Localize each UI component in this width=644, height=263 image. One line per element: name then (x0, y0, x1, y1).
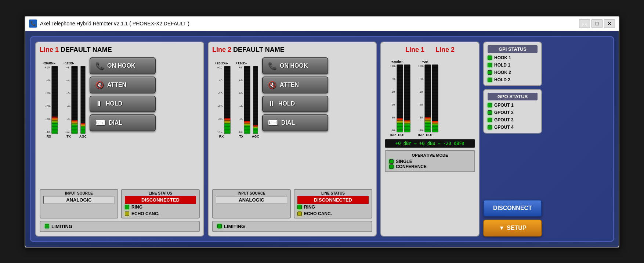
line1-limiting-button[interactable]: LIMITING (40, 221, 200, 232)
line2-header: Line 2 DEFAULT NAME (212, 46, 372, 54)
line1-tx-bar (71, 66, 78, 134)
maximize-button[interactable]: □ (591, 19, 603, 28)
line1-name: DEFAULT NAME (61, 46, 112, 53)
line1-meters: +20dBu- +10- +0- -10- -20- -30- -40- (40, 57, 87, 138)
gpo-out2-led (488, 110, 492, 115)
gpi-hook2: HOOK 2 (488, 70, 538, 75)
gpi-hook1-led (488, 56, 492, 60)
line2-controls: 📞 ON HOOK 🔇 ATTEN ⏸ HOLD ⌨ (262, 57, 328, 187)
dual-line2-scale: +10- +0- -10- -20- -30- -40- (413, 64, 424, 132)
conference-mode-indicator: CONFERENCE (389, 164, 471, 169)
close-button[interactable]: ✕ (604, 19, 615, 28)
line1-rx-scale: +10- +0- -10- -20- -30- -40- (40, 66, 51, 134)
dual-line1-scale: +10- +0- -10- -20- -30- -40- (385, 64, 396, 132)
main-window: 📞 Axel Telephone Hybrid Remoter v2.1.1 (… (25, 16, 619, 248)
line2-atten-button[interactable]: 🔇 ATTEN (262, 77, 328, 93)
line2-echo-indicator: ECHO CANC. (297, 211, 369, 216)
line2-rx-bar (224, 66, 231, 134)
phone-icon: 📞 (268, 62, 276, 70)
pause-icon: ⏸ (268, 100, 275, 108)
dual-meters-area: +20dBr- +10- +0- -10- -20- -30- -40- (385, 56, 475, 137)
line2-echo-led (297, 212, 302, 216)
line2-hold-button[interactable]: ⏸ HOLD (262, 96, 328, 112)
gpo-out4-led (488, 125, 492, 129)
setup-button[interactable]: ▼ SETUP (483, 220, 542, 237)
gpi-hold2-led (488, 78, 492, 82)
line2-tx-bar (244, 66, 250, 134)
line1-input-source: INPUT SOURCE ANALOGIC (40, 189, 118, 218)
dual-line1-inp-bar (397, 64, 403, 132)
line1-atten-button[interactable]: 🔇 ATTEN (90, 77, 156, 93)
line2-tx-meter: +12dB- +8- +4- +0- -4- -8- -12- (232, 61, 250, 138)
line2-agc-meter: AGC (252, 62, 259, 138)
line1-tx-scale: +8- +4- +0- -4- -8- -12- (59, 66, 70, 134)
line2-limiting-button[interactable]: LIMITING (212, 221, 372, 232)
line2-tx-scale: +8- +4- +0- -4- -8- -12- (232, 66, 243, 134)
dual-line2-meters: +20- +10- +0- -10- -20- -30- -40- (413, 60, 438, 137)
operative-mode-box: OPERATIVE MODE SINGLE CONFERENCE (385, 150, 475, 172)
dual-line2-inp-bar (424, 64, 431, 132)
line1-rx-meter: +20dBu- +10- +0- -10- -20- -30- -40- (40, 61, 58, 138)
line1-controls: 📞 ON HOOK 🔇 ATTEN ⏸ HOLD ⌨ (90, 57, 156, 187)
line2-panel: Line 2 DEFAULT NAME +20dBu- +10- +0- (208, 42, 377, 237)
line1-line-status: LINE STATUS DISCONNECTED RING ECHO CANC. (121, 189, 200, 218)
gpo-status-panel: GPO STATUS GPOUT 1 GPOUT 2 GPOUT 3 (483, 89, 542, 134)
dialpad-icon: ⌨ (95, 119, 105, 127)
gpo-out3-led (488, 118, 492, 122)
app-icon: 📞 (29, 19, 37, 28)
gpo-out3: GPOUT 3 (488, 117, 538, 122)
line2-input-source: INPUT SOURCE ANALOGIC (212, 189, 291, 218)
line1-panel: Line 1 DEFAULT NAME +20dBu- +10- +0- (35, 42, 204, 237)
line1-agc-meter: AGC (79, 62, 87, 138)
line1-ring-led (125, 205, 129, 209)
dual-header: Line 1 Line 2 (385, 46, 475, 54)
line2-status-row: INPUT SOURCE ANALOGIC LINE STATUS DISCON… (212, 189, 372, 218)
gpi-hold1: HOLD 1 (488, 63, 538, 68)
db-readout: +0 dBr = +0 dBu = -20 dBFs (385, 139, 475, 148)
line1-ring-echo: RING ECHO CANC. (125, 205, 196, 216)
gpi-hold1-led (488, 63, 492, 67)
line1-onhook-button[interactable]: 📞 ON HOOK (90, 57, 156, 74)
dual-line1-out-bar (404, 64, 410, 132)
window-title: Axel Telephone Hybrid Remoter v2.1.1 ( P… (40, 21, 579, 26)
line1-limiting-led (45, 224, 49, 228)
dual-line2-out-bar (432, 64, 438, 132)
line2-meters: +20dBu- +10- +0- -10- -20- -30- -40- (212, 57, 259, 138)
line2-onhook-button[interactable]: 📞 ON HOOK (262, 57, 328, 74)
line2-ring-echo: RING ECHO CANC. (297, 205, 369, 216)
line1-status-row: INPUT SOURCE ANALOGIC LINE STATUS DISCON… (40, 189, 200, 218)
phone-icon: 📞 (95, 62, 104, 70)
single-mode-indicator: SINGLE (389, 159, 471, 164)
line2-rx-meter: +20dBu- +10- +0- -10- -20- -30- -40- (212, 61, 231, 138)
line1-agc-bar (80, 66, 86, 134)
inner-panel: Line 1 DEFAULT NAME +20dBu- +10- +0- (30, 36, 614, 242)
line2-ring-indicator: RING (297, 205, 369, 210)
minimize-button[interactable]: — (579, 19, 590, 28)
line1-dial-button[interactable]: ⌨ DIAL (90, 114, 156, 131)
gpi-status-panel: GPI STATUS HOOK 1 HOLD 1 HOOK 2 (483, 42, 542, 86)
line1-tx-meter: +12dB- +8- +4- +0- -4- -8- -12- (59, 61, 78, 138)
window-controls: — □ ✕ (579, 19, 615, 28)
line2-agc-bar (253, 66, 258, 134)
line1-echo-indicator: ECHO CANC. (125, 211, 196, 216)
main-content: Line 1 DEFAULT NAME +20dBu- +10- +0- (25, 31, 619, 247)
gpo-out1: GPOUT 1 (488, 103, 538, 108)
line1-rx-bar (51, 66, 58, 134)
dual-line1-meters: +20dBr- +10- +0- -10- -20- -30- -40- (385, 60, 410, 137)
disconnect-button[interactable]: DISCONNECT (483, 200, 542, 217)
right-side-panel: GPI STATUS HOOK 1 HOLD 1 HOOK 2 (483, 42, 542, 237)
line1-ring-indicator: RING (125, 205, 196, 210)
gpi-hook2-led (488, 70, 492, 75)
line2-limiting-led (217, 224, 222, 228)
conference-mode-led (389, 164, 394, 169)
line2-dial-button[interactable]: ⌨ DIAL (262, 114, 328, 131)
line2-name: DEFAULT NAME (233, 46, 285, 53)
gpi-hook1: HOOK 1 (488, 55, 538, 60)
title-bar: 📞 Axel Telephone Hybrid Remoter v2.1.1 (… (25, 17, 619, 31)
line2-rx-scale: +10- +0- -10- -20- -30- -40- (212, 66, 223, 134)
speaker-icon: 🔇 (268, 81, 276, 89)
dialpad-icon: ⌨ (268, 119, 278, 127)
line2-line-status: LINE STATUS DISCONNECTED RING ECHO CANC. (294, 189, 372, 218)
gpo-out4: GPOUT 4 (488, 125, 538, 130)
line1-hold-button[interactable]: ⏸ HOLD (90, 96, 156, 112)
